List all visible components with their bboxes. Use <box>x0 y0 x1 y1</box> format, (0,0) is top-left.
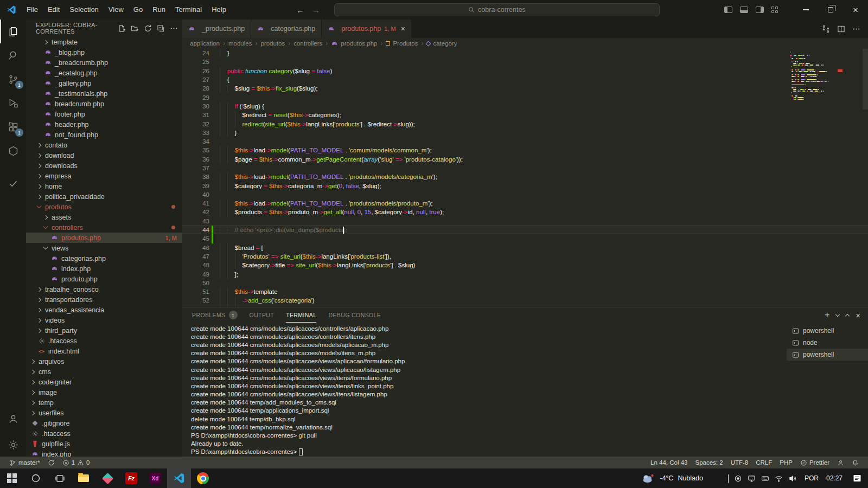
activity-accounts[interactable] <box>0 407 26 431</box>
taskbar-adobe-xd-icon[interactable]: Xd <box>143 468 167 488</box>
tree-item-gulpfile.js[interactable]: gulpfile.js <box>26 439 182 449</box>
tree-item-footer.php[interactable]: footer.php <box>26 109 182 119</box>
code-line-30[interactable]: 30if (!$slug) { <box>182 102 868 111</box>
tray-network-icon[interactable] <box>775 474 783 483</box>
explorer-collapse-all-icon[interactable] <box>157 24 165 33</box>
activity-explorer[interactable] <box>0 20 26 43</box>
code-line-32[interactable]: 32redirect(site_url($this->langLinks['pr… <box>182 119 868 128</box>
breadcrumb-item-application[interactable]: application <box>190 40 220 47</box>
tab-produtos.php[interactable]: produtos.php1, M× <box>322 20 412 38</box>
code-line-45[interactable]: 45 <box>182 234 868 243</box>
terminal-session-powershell-2[interactable]: powershell <box>787 349 868 361</box>
tree-item-temp[interactable]: temp <box>26 397 182 408</box>
nav-back-icon[interactable]: ← <box>296 5 304 15</box>
toggle-secondary-sidebar-icon[interactable] <box>756 7 764 13</box>
tree-item-.htaccess[interactable]: .htaccess <box>26 336 182 346</box>
tree-item-videos[interactable]: videos <box>26 315 182 325</box>
panel-tab-terminal[interactable]: TERMINAL <box>286 307 316 323</box>
tree-item-cms[interactable]: cms <box>26 367 182 377</box>
status-notifications[interactable] <box>848 457 863 468</box>
tree-item-index.php[interactable]: index.php <box>26 264 182 274</box>
code-line-41[interactable]: 41$this->load->model(PATH_TO_MODEL . 'pr… <box>182 199 868 208</box>
explorer-new-file-icon[interactable] <box>118 24 126 33</box>
tab-_products.php[interactable]: _products.php <box>182 20 251 38</box>
menu-file[interactable]: File <box>22 3 43 17</box>
status-indentation[interactable]: Spaces: 2 <box>691 457 726 468</box>
tray-keyboard-icon[interactable] <box>761 474 769 483</box>
new-terminal-icon[interactable]: + <box>825 311 829 319</box>
more-actions-icon[interactable] <box>852 25 860 33</box>
maximize-panel-icon[interactable] <box>845 313 850 318</box>
code-line-35[interactable]: 35$this->load->model(PATH_TO_MODEL . 'co… <box>182 146 868 155</box>
code-line-47[interactable]: 47'Produtos' => site_url($this->langLink… <box>182 252 868 261</box>
taskbar-chrome-icon[interactable] <box>191 468 215 488</box>
code-line-48[interactable]: 48$category->title => site_url($this->la… <box>182 261 868 269</box>
activity-run-debug[interactable] <box>0 91 26 115</box>
tree-item-produtos[interactable]: produtos <box>26 202 182 212</box>
tree-item-downloads[interactable]: downloads <box>26 160 182 171</box>
taskbar-winrar-icon[interactable] <box>95 468 119 488</box>
minimap[interactable] <box>788 51 832 100</box>
terminal-dropdown-icon[interactable] <box>835 312 840 316</box>
status-feedback[interactable] <box>833 457 848 468</box>
code-line-50[interactable]: 50 <box>182 279 868 287</box>
tray-record-icon[interactable] <box>734 474 742 483</box>
explorer-more-icon[interactable] <box>170 24 178 33</box>
menu-selection[interactable]: Selection <box>65 3 103 17</box>
tree-item-home[interactable]: home <box>26 181 182 191</box>
tree-item-not_found.php[interactable]: not_found.php <box>26 130 182 140</box>
open-changes-icon[interactable] <box>822 25 830 33</box>
status-eol[interactable]: CRLF <box>752 457 776 468</box>
status-git-branch[interactable]: master* <box>5 457 44 468</box>
taskbar-vscode-icon[interactable] <box>167 468 191 488</box>
status-sync[interactable] <box>44 457 59 468</box>
code-line-31[interactable]: 31$redirect = reset($this->categories); <box>182 111 868 119</box>
code-line-39[interactable]: 39$category = $this->categoria_m->get(0,… <box>182 181 868 190</box>
code-line-34[interactable]: 34 <box>182 137 868 146</box>
code-line-37[interactable]: 37 <box>182 164 868 172</box>
breadcrumb-item-category[interactable]: category <box>426 40 457 47</box>
code-line-44[interactable]: 44// echo '<pre>';die(var_dump($products… <box>182 226 868 234</box>
menu-edit[interactable]: Edit <box>43 3 65 17</box>
tree-item-_testimonials.php[interactable]: _testimonials.php <box>26 88 182 99</box>
activity-settings[interactable] <box>0 433 26 457</box>
code-line-51[interactable]: 51$this->template <box>182 287 868 296</box>
tree-item-politica_privacidade[interactable]: politica_privacidade <box>26 191 182 202</box>
tree-item-trabalhe_conosco[interactable]: trabalhe_conosco <box>26 284 182 294</box>
taskbar-windows-search-icon[interactable] <box>24 468 48 488</box>
breadcrumb-item-modules[interactable]: modules <box>228 40 252 47</box>
tree-item-breadcrumb.php[interactable]: breadcrumb.php <box>26 99 182 109</box>
notification-center-icon[interactable] <box>846 468 868 488</box>
activity-remote-package[interactable] <box>0 139 26 163</box>
status-language-mode[interactable]: PHP <box>776 457 796 468</box>
tree-item-arquivos[interactable]: arquivos <box>26 356 182 367</box>
command-center-search[interactable]: cobra-correntes <box>334 3 660 16</box>
tree-item-index.php[interactable]: index.php <box>26 449 182 457</box>
status-problems[interactable]: 10 <box>59 457 94 468</box>
close-panel-icon[interactable]: × <box>856 311 860 320</box>
tree-item-index.html[interactable]: <>index.html <box>26 346 182 356</box>
tree-item-vendas_assistencia[interactable]: vendas_assistencia <box>26 305 182 315</box>
taskbar-start-icon[interactable] <box>0 468 24 488</box>
tree-item-_ecatalog.php[interactable]: _ecatalog.php <box>26 68 182 78</box>
panel-tab-debug-console[interactable]: DEBUG CONSOLE <box>328 307 381 323</box>
activity-extensions[interactable]: 1 <box>0 115 26 139</box>
breadcrumb-item-Produtos[interactable]: Produtos <box>386 40 418 47</box>
tree-item-.htaccess[interactable]: .htaccess <box>26 428 182 439</box>
tree-item-empresa[interactable]: empresa <box>26 171 182 181</box>
code-line-43[interactable]: 43 <box>182 217 868 226</box>
nav-forward-icon[interactable]: → <box>312 5 320 15</box>
tree-item-_gallery.php[interactable]: _gallery.php <box>26 78 182 88</box>
editor-scrollbar[interactable] <box>863 49 868 110</box>
status-cursor-position[interactable]: Ln 44, Col 43 <box>647 457 691 468</box>
tree-item-.gitignore[interactable]: .gitignore <box>26 418 182 428</box>
code-line-24[interactable]: 24} <box>182 49 868 57</box>
taskbar-file-explorer-icon[interactable] <box>72 468 95 488</box>
breadcrumb-item-controllers[interactable]: controllers <box>293 40 322 47</box>
code-line-49[interactable]: 49]; <box>182 269 868 278</box>
code-line-25[interactable]: 25 <box>182 57 868 66</box>
taskbar-filezilla-icon[interactable]: Fz <box>119 468 143 488</box>
code-line-36[interactable]: 36$page = $this->common_m->getPageConten… <box>182 155 868 164</box>
code-line-33[interactable]: 33} <box>182 129 868 137</box>
split-editor-icon[interactable] <box>837 25 845 33</box>
